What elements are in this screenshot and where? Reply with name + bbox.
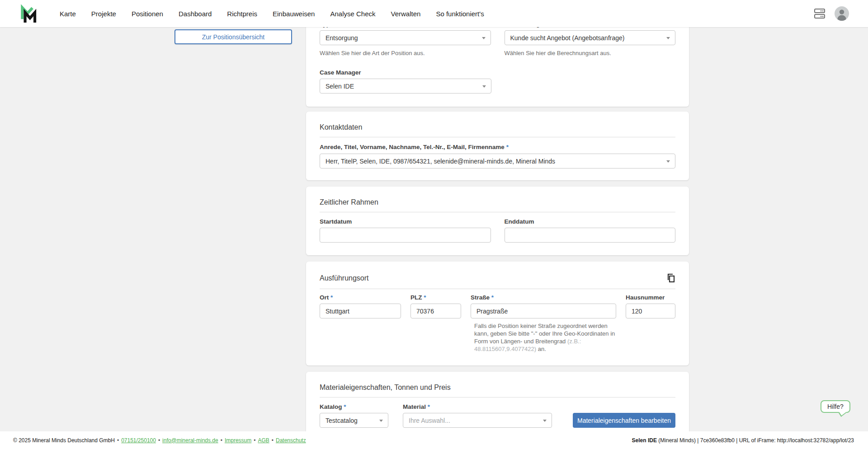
nav-item-karte[interactable]: Karte xyxy=(60,10,76,18)
nav-item-analyse-check[interactable]: Analyse Check xyxy=(330,10,375,18)
kontaktdaten-title: Kontaktdaten xyxy=(320,123,675,131)
mineral-minds-logo[interactable] xyxy=(20,4,38,23)
footer: © 2025 Mineral Minds Deutschland GmbH •0… xyxy=(0,431,868,449)
berechnungsart-helper-text: Wählen Sie hier die Berechnungsart aus. xyxy=(505,49,676,57)
footer-links: © 2025 Mineral Minds Deutschland GmbH •0… xyxy=(13,437,306,444)
navbar: KarteProjektePositionenDashboardRichtpre… xyxy=(0,0,868,27)
enddatum-input[interactable] xyxy=(505,228,676,243)
ort-label: Ort * xyxy=(320,294,401,301)
back-to-positions-button[interactable]: Zur Positionsübersicht xyxy=(175,29,292,44)
page: Typ * Entsorgung Wählen Sie hier die Art… xyxy=(0,0,868,449)
dns-icon[interactable] xyxy=(814,8,826,19)
nav-item-richtpreis[interactable]: Richtpreis xyxy=(227,10,257,18)
case-manager-select[interactable]: Selen IDE xyxy=(320,79,491,94)
ort-input[interactable] xyxy=(320,304,401,318)
copy-icon[interactable] xyxy=(666,273,675,283)
strasse-label: Straße * xyxy=(471,294,616,301)
footer-separator: • xyxy=(117,437,119,444)
chevron-down-icon xyxy=(666,160,670,164)
footer-separator: • xyxy=(272,437,274,444)
typ-helper-text: Wählen Sie hier die Art der Position aus… xyxy=(320,49,491,57)
chevron-down-icon xyxy=(543,420,547,424)
chevron-down-icon xyxy=(482,37,486,41)
nav-item-positionen[interactable]: Positionen xyxy=(132,10,163,18)
footer-link-07151-250100[interactable]: 07151/250100 xyxy=(121,437,156,444)
geo-helper-text: Falls die Position keiner Straße zugeord… xyxy=(474,322,620,353)
avatar-icon[interactable] xyxy=(835,6,849,21)
material-select[interactable]: Ihre Auswahl... xyxy=(403,413,552,428)
nav-item-verwalten[interactable]: Verwalten xyxy=(391,10,421,18)
footer-separator: • xyxy=(158,437,160,444)
nav-item-dashboard[interactable]: Dashboard xyxy=(179,10,212,18)
divider xyxy=(320,137,675,137)
ausfuehrungsort-title: Ausführungsort xyxy=(320,274,369,282)
divider xyxy=(320,397,675,398)
chevron-down-icon xyxy=(379,420,383,424)
case-manager-label: Case Manager xyxy=(320,69,675,76)
footer-link-impressum[interactable]: Impressum xyxy=(225,437,251,444)
katalog-label: Katalog * xyxy=(320,403,388,410)
ausfuehrungsort-card: Ausführungsort Ort * PLZ * xyxy=(306,262,689,365)
katalog-select[interactable]: Testcatalog xyxy=(320,413,388,428)
hausnummer-input[interactable] xyxy=(626,304,675,318)
berechnungsart-select[interactable]: Kunde sucht Angebot (Angebotsanfrage) xyxy=(505,30,676,45)
kontaktdaten-card: Kontaktdaten Anrede, Titel, Vorname, Nac… xyxy=(306,112,689,180)
plz-input[interactable] xyxy=(410,304,461,318)
kontakt-label: Anrede, Titel, Vorname, Nachname, Tel.-N… xyxy=(320,144,675,150)
copyright-text: © 2025 Mineral Minds Deutschland GmbH xyxy=(13,437,115,444)
strasse-input[interactable] xyxy=(471,304,616,318)
session-info: Selen IDE (Mineral Minds) | 7ce360e83fb0… xyxy=(632,437,854,444)
footer-link-info-mineral-minds-de[interactable]: info@mineral-minds.de xyxy=(162,437,218,444)
material-label: Material * xyxy=(403,403,552,410)
kontakt-select[interactable]: Herr, TitelP, Selen, IDE, 0987/654321, s… xyxy=(320,154,675,168)
zeitlicher-rahmen-card: Zeitlicher Rahmen Startdatum Enddatum xyxy=(306,187,689,255)
footer-separator: • xyxy=(221,437,222,444)
chevron-down-icon xyxy=(666,37,670,41)
hausnummer-label: Hausnummer xyxy=(626,294,675,301)
chevron-down-icon xyxy=(482,85,486,89)
nav-item-einbauweisen[interactable]: Einbauweisen xyxy=(273,10,315,18)
nav-item-projekte[interactable]: Projekte xyxy=(91,10,116,18)
help-bubble[interactable]: Hilfe? xyxy=(821,400,850,413)
footer-link-datenschutz[interactable]: Datenschutz xyxy=(276,437,306,444)
startdatum-label: Startdatum xyxy=(320,218,491,225)
session-user: Selen IDE xyxy=(632,437,657,444)
nav-item-so-funktioniert-s[interactable]: So funktioniert's xyxy=(436,10,484,18)
enddatum-label: Enddatum xyxy=(505,218,676,225)
divider xyxy=(320,289,675,289)
divider xyxy=(320,212,675,212)
footer-separator: • xyxy=(254,437,255,444)
edit-material-button[interactable]: Materialeigenschaften bearbeiten xyxy=(573,413,675,428)
zeitlicher-rahmen-title: Zeitlicher Rahmen xyxy=(320,198,675,206)
startdatum-input[interactable] xyxy=(320,228,491,243)
material-title: Materialeigenschaften, Tonnen und Preis xyxy=(320,384,675,392)
navbar-menu: KarteProjektePositionenDashboardRichtpre… xyxy=(60,10,484,18)
footer-link-agb[interactable]: AGB xyxy=(258,437,269,444)
typ-select[interactable]: Entsorgung xyxy=(320,30,491,45)
plz-label: PLZ * xyxy=(410,294,461,301)
